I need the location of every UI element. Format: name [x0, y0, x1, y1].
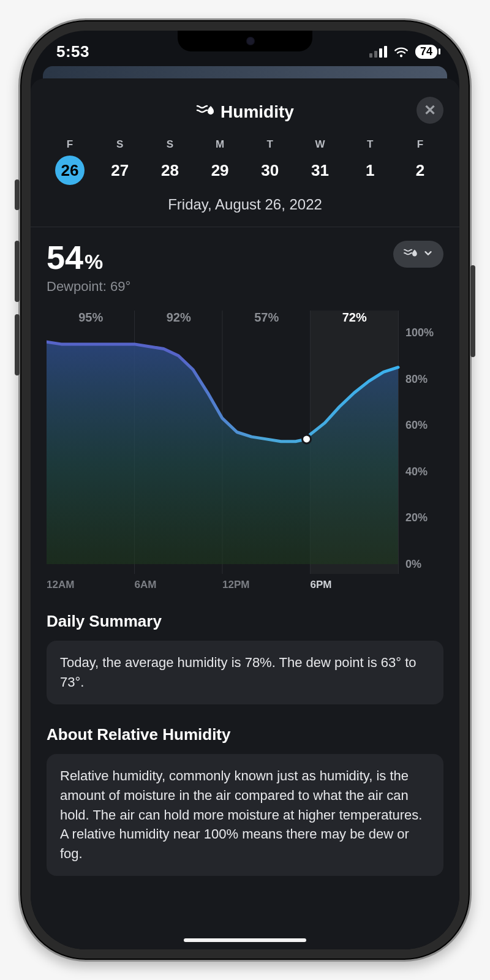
- summary-card: Today, the average humidity is 78%. The …: [47, 641, 443, 704]
- day-of-week: W: [298, 138, 342, 151]
- day-number: 1: [355, 156, 385, 185]
- sheet-title: Humidity: [196, 102, 294, 123]
- humidity-icon: [196, 102, 214, 123]
- day-of-week: F: [398, 138, 442, 151]
- close-icon: ✕: [424, 102, 436, 119]
- day-picker-item[interactable]: T30: [248, 138, 292, 185]
- x-tick: 6PM: [311, 579, 399, 591]
- about-text: Relative humidity, commonly known just a…: [60, 768, 422, 862]
- day-of-week: F: [48, 138, 92, 151]
- mute-switch: [15, 179, 20, 210]
- battery-level: 74: [420, 45, 432, 58]
- x-tick: 12PM: [222, 579, 311, 591]
- day-picker-item[interactable]: F2: [398, 138, 442, 185]
- chart-now-marker: [303, 435, 311, 443]
- day-of-week: S: [98, 138, 142, 151]
- current-value: 54: [47, 239, 83, 276]
- about-heading: About Relative Humidity: [47, 725, 443, 744]
- svg-rect-4: [398, 311, 399, 574]
- day-number: 26: [55, 156, 85, 185]
- x-tick: 6AM: [135, 579, 223, 591]
- detail-sheet: Humidity ✕ F26S27S28M29T30W31T1F2 Friday…: [31, 78, 459, 949]
- status-bar: 5:53 74: [31, 31, 459, 66]
- status-time: 5:53: [56, 42, 89, 61]
- y-tick: 60%: [405, 419, 428, 431]
- day-picker-item[interactable]: S27: [98, 138, 142, 185]
- screen: 5:53 74: [31, 31, 459, 949]
- current-unit: %: [85, 250, 103, 273]
- chart-segment-label: 57%: [222, 311, 311, 328]
- cellular-icon: [369, 46, 387, 58]
- power-button: [470, 265, 475, 357]
- day-number: 2: [405, 156, 435, 185]
- humidity-chart[interactable]: 95%92%57%72% 100%80%60%40%20%0% 12AM6AM1…: [47, 311, 443, 591]
- y-tick: 100%: [405, 326, 434, 339]
- summary-heading: Daily Summary: [47, 612, 443, 631]
- day-of-week: T: [348, 138, 392, 151]
- y-tick: 80%: [405, 373, 428, 385]
- about-card: Relative humidity, commonly known just a…: [47, 754, 443, 876]
- wifi-icon: [393, 43, 409, 59]
- day-of-week: T: [248, 138, 292, 151]
- close-button[interactable]: ✕: [417, 97, 443, 124]
- day-picker-item[interactable]: F26: [48, 138, 92, 185]
- day-number: 31: [306, 156, 335, 185]
- day-picker-item[interactable]: W31: [298, 138, 342, 185]
- y-tick: 0%: [405, 558, 421, 570]
- day-of-week: M: [198, 138, 242, 151]
- day-picker: F26S27S28M29T30W31T1F2 Friday, August 26…: [47, 138, 443, 213]
- y-tick: 20%: [405, 511, 428, 524]
- day-picker-item[interactable]: M29: [198, 138, 242, 185]
- day-picker-item[interactable]: T1: [348, 138, 392, 185]
- day-number: 29: [205, 156, 235, 185]
- current-humidity: 54% Dewpoint: 69°: [47, 241, 130, 295]
- volume-down: [15, 314, 20, 375]
- chevron-down-icon: [423, 247, 434, 261]
- volume-up: [15, 241, 20, 302]
- day-number: 27: [105, 156, 135, 185]
- home-indicator[interactable]: [184, 938, 306, 942]
- metric-selector[interactable]: [393, 241, 443, 268]
- chart-segment-label: 92%: [135, 311, 223, 328]
- battery-indicator: 74: [415, 45, 437, 59]
- selected-date: Friday, August 26, 2022: [47, 196, 443, 213]
- chart-segment-label: 72%: [311, 311, 399, 328]
- sheet-title-text: Humidity: [221, 102, 294, 122]
- humidity-icon: [403, 247, 418, 262]
- summary-text: Today, the average humidity is 78%. The …: [60, 655, 417, 690]
- dewpoint-label: Dewpoint: 69°: [47, 279, 130, 295]
- day-of-week: S: [148, 138, 192, 151]
- day-number: 28: [155, 156, 184, 185]
- y-tick: 40%: [405, 466, 428, 478]
- day-picker-item[interactable]: S28: [148, 138, 192, 185]
- divider: [31, 227, 459, 227]
- chart-segment-label: 95%: [47, 311, 135, 328]
- x-tick: 12AM: [47, 579, 135, 591]
- day-number: 30: [255, 156, 285, 185]
- device-frame: 5:53 74: [18, 18, 472, 962]
